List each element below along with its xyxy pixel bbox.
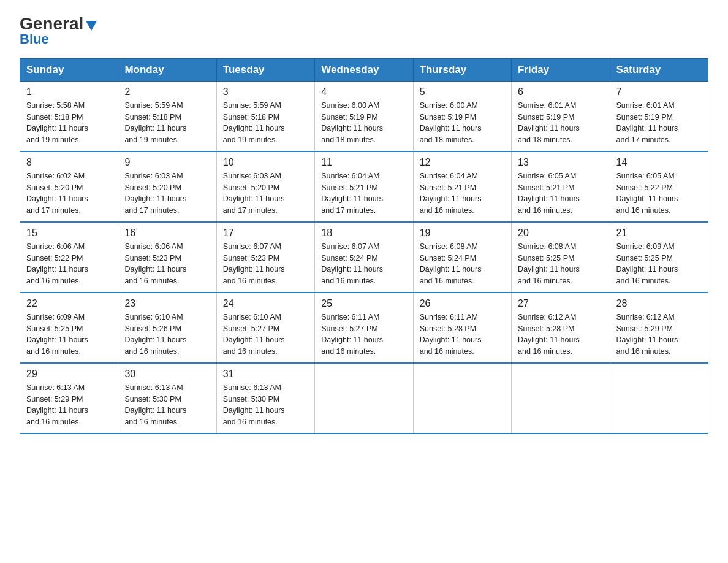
calendar-cell: 27Sunrise: 6:12 AMSunset: 5:28 PMDayligh… (512, 293, 610, 363)
calendar-cell (413, 363, 511, 434)
day-info: Sunrise: 6:01 AMSunset: 5:19 PMDaylight:… (616, 100, 702, 146)
calendar-cell: 23Sunrise: 6:10 AMSunset: 5:26 PMDayligh… (118, 293, 216, 363)
day-info: Sunrise: 6:02 AMSunset: 5:20 PMDaylight:… (26, 170, 112, 216)
day-number: 19 (420, 228, 505, 239)
day-info: Sunrise: 6:05 AMSunset: 5:21 PMDaylight:… (518, 170, 603, 216)
day-info: Sunrise: 6:11 AMSunset: 5:27 PMDaylight:… (321, 312, 406, 358)
week-row-5: 29Sunrise: 6:13 AMSunset: 5:29 PMDayligh… (20, 363, 708, 434)
day-number: 27 (518, 298, 603, 309)
logo-triangle-icon (85, 18, 98, 32)
day-info: Sunrise: 6:04 AMSunset: 5:21 PMDaylight:… (420, 170, 505, 216)
day-number: 7 (616, 86, 702, 98)
day-number: 28 (616, 298, 702, 309)
calendar-cell: 28Sunrise: 6:12 AMSunset: 5:29 PMDayligh… (610, 293, 708, 363)
calendar-header-row: SundayMondayTuesdayWednesdayThursdayFrid… (20, 58, 708, 81)
day-info: Sunrise: 6:01 AMSunset: 5:19 PMDaylight:… (518, 100, 603, 146)
day-number: 18 (321, 228, 406, 239)
day-number: 23 (124, 298, 210, 309)
calendar-cell: 18Sunrise: 6:07 AMSunset: 5:24 PMDayligh… (315, 222, 413, 293)
day-number: 17 (223, 228, 308, 239)
calendar-cell: 15Sunrise: 6:06 AMSunset: 5:22 PMDayligh… (20, 222, 118, 293)
svg-marker-0 (86, 21, 97, 31)
calendar-cell: 25Sunrise: 6:11 AMSunset: 5:27 PMDayligh… (315, 293, 413, 363)
day-number: 30 (124, 369, 210, 380)
calendar-cell: 4Sunrise: 6:00 AMSunset: 5:19 PMDaylight… (315, 81, 413, 151)
day-info: Sunrise: 6:10 AMSunset: 5:27 PMDaylight:… (223, 312, 308, 358)
logo: General Blue (20, 15, 98, 47)
day-number: 3 (223, 86, 308, 98)
week-row-1: 1Sunrise: 5:58 AMSunset: 5:18 PMDaylight… (20, 81, 708, 151)
calendar-cell: 7Sunrise: 6:01 AMSunset: 5:19 PMDaylight… (610, 81, 708, 151)
day-number: 5 (420, 86, 505, 98)
day-number: 21 (616, 228, 702, 239)
day-info: Sunrise: 6:00 AMSunset: 5:19 PMDaylight:… (420, 100, 505, 146)
day-number: 6 (518, 86, 603, 98)
calendar-cell: 30Sunrise: 6:13 AMSunset: 5:30 PMDayligh… (118, 363, 216, 434)
day-number: 1 (26, 86, 112, 98)
calendar-cell: 21Sunrise: 6:09 AMSunset: 5:25 PMDayligh… (610, 222, 708, 293)
calendar-cell: 5Sunrise: 6:00 AMSunset: 5:19 PMDaylight… (413, 81, 511, 151)
calendar-cell: 26Sunrise: 6:11 AMSunset: 5:28 PMDayligh… (413, 293, 511, 363)
day-info: Sunrise: 6:11 AMSunset: 5:28 PMDaylight:… (420, 312, 505, 358)
calendar-table: SundayMondayTuesdayWednesdayThursdayFrid… (20, 58, 708, 434)
week-row-2: 8Sunrise: 6:02 AMSunset: 5:20 PMDaylight… (20, 151, 708, 222)
day-info: Sunrise: 6:08 AMSunset: 5:24 PMDaylight:… (420, 241, 505, 287)
day-number: 12 (420, 157, 505, 168)
day-info: Sunrise: 6:04 AMSunset: 5:21 PMDaylight:… (321, 170, 406, 216)
calendar-cell: 13Sunrise: 6:05 AMSunset: 5:21 PMDayligh… (512, 151, 610, 222)
logo-text-bottom: Blue (20, 31, 49, 47)
day-info: Sunrise: 6:09 AMSunset: 5:25 PMDaylight:… (26, 312, 112, 358)
day-info: Sunrise: 6:13 AMSunset: 5:30 PMDaylight:… (124, 382, 210, 428)
day-info: Sunrise: 6:08 AMSunset: 5:25 PMDaylight:… (518, 241, 603, 287)
day-info: Sunrise: 6:06 AMSunset: 5:23 PMDaylight:… (124, 241, 210, 287)
calendar-cell: 17Sunrise: 6:07 AMSunset: 5:23 PMDayligh… (216, 222, 314, 293)
header-thursday: Thursday (413, 58, 511, 81)
header-tuesday: Tuesday (216, 58, 314, 81)
calendar-cell (512, 363, 610, 434)
calendar-cell: 20Sunrise: 6:08 AMSunset: 5:25 PMDayligh… (512, 222, 610, 293)
day-info: Sunrise: 6:12 AMSunset: 5:28 PMDaylight:… (518, 312, 603, 358)
page-header: General Blue (20, 15, 708, 47)
day-number: 13 (518, 157, 603, 168)
day-number: 8 (26, 157, 112, 168)
calendar-cell: 31Sunrise: 6:13 AMSunset: 5:30 PMDayligh… (216, 363, 314, 434)
calendar-cell: 12Sunrise: 6:04 AMSunset: 5:21 PMDayligh… (413, 151, 511, 222)
calendar-cell: 24Sunrise: 6:10 AMSunset: 5:27 PMDayligh… (216, 293, 314, 363)
header-wednesday: Wednesday (315, 58, 413, 81)
day-info: Sunrise: 6:13 AMSunset: 5:30 PMDaylight:… (223, 382, 308, 428)
calendar-cell: 3Sunrise: 5:59 AMSunset: 5:18 PMDaylight… (216, 81, 314, 151)
calendar-cell (315, 363, 413, 434)
day-info: Sunrise: 6:10 AMSunset: 5:26 PMDaylight:… (124, 312, 210, 358)
day-number: 10 (223, 157, 308, 168)
header-friday: Friday (512, 58, 610, 81)
day-info: Sunrise: 6:09 AMSunset: 5:25 PMDaylight:… (616, 241, 702, 287)
day-number: 29 (26, 369, 112, 380)
day-number: 11 (321, 157, 406, 168)
day-info: Sunrise: 5:59 AMSunset: 5:18 PMDaylight:… (124, 100, 210, 146)
day-number: 25 (321, 298, 406, 309)
day-number: 31 (223, 369, 308, 380)
logo-general: General (20, 14, 83, 33)
day-number: 22 (26, 298, 112, 309)
calendar-cell: 10Sunrise: 6:03 AMSunset: 5:20 PMDayligh… (216, 151, 314, 222)
calendar-cell: 11Sunrise: 6:04 AMSunset: 5:21 PMDayligh… (315, 151, 413, 222)
calendar-cell: 22Sunrise: 6:09 AMSunset: 5:25 PMDayligh… (20, 293, 118, 363)
day-info: Sunrise: 6:06 AMSunset: 5:22 PMDaylight:… (26, 241, 112, 287)
day-info: Sunrise: 6:03 AMSunset: 5:20 PMDaylight:… (124, 170, 210, 216)
calendar-cell: 6Sunrise: 6:01 AMSunset: 5:19 PMDaylight… (512, 81, 610, 151)
calendar-cell: 29Sunrise: 6:13 AMSunset: 5:29 PMDayligh… (20, 363, 118, 434)
day-info: Sunrise: 6:03 AMSunset: 5:20 PMDaylight:… (223, 170, 308, 216)
day-number: 15 (26, 228, 112, 239)
day-info: Sunrise: 6:00 AMSunset: 5:19 PMDaylight:… (321, 100, 406, 146)
day-info: Sunrise: 6:07 AMSunset: 5:23 PMDaylight:… (223, 241, 308, 287)
day-info: Sunrise: 6:12 AMSunset: 5:29 PMDaylight:… (616, 312, 702, 358)
week-row-4: 22Sunrise: 6:09 AMSunset: 5:25 PMDayligh… (20, 293, 708, 363)
day-info: Sunrise: 6:07 AMSunset: 5:24 PMDaylight:… (321, 241, 406, 287)
calendar-cell: 14Sunrise: 6:05 AMSunset: 5:22 PMDayligh… (610, 151, 708, 222)
day-number: 14 (616, 157, 702, 168)
calendar-cell (610, 363, 708, 434)
day-number: 26 (420, 298, 505, 309)
calendar-cell: 2Sunrise: 5:59 AMSunset: 5:18 PMDaylight… (118, 81, 216, 151)
calendar-cell: 1Sunrise: 5:58 AMSunset: 5:18 PMDaylight… (20, 81, 118, 151)
week-row-3: 15Sunrise: 6:06 AMSunset: 5:22 PMDayligh… (20, 222, 708, 293)
